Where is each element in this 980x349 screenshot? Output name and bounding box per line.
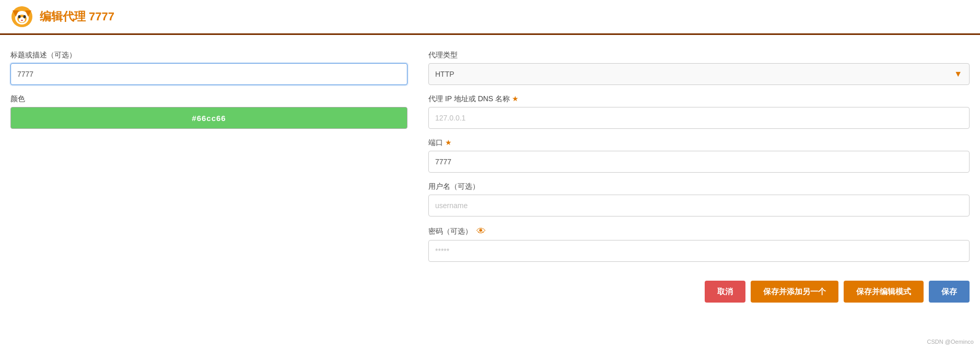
title-label: 标题或描述（可选） <box>10 51 407 60</box>
main-content: 标题或描述（可选） 颜色 #66cc66 代理类型 HTTP HTTPS SOC… <box>0 35 980 272</box>
port-field-group: 端口★ <box>428 138 970 173</box>
password-label: 密码（可选） <box>428 227 472 236</box>
page-title: 编辑代理 7777 <box>40 9 114 25</box>
username-input[interactable] <box>428 195 970 216</box>
username-label: 用户名（可选） <box>428 182 970 191</box>
watermark: CSDN @Oeminco <box>927 339 974 345</box>
svg-point-6 <box>18 15 21 18</box>
proxy-type-field-group: 代理类型 HTTP HTTPS SOCKS4 SOCKS5 ▼ <box>428 51 970 85</box>
ip-field-group: 代理 IP 地址或 DNS 名称★ <box>428 94 970 129</box>
title-field-group: 标题或描述（可选） <box>10 51 407 85</box>
svg-point-7 <box>24 15 26 18</box>
password-label-row: 密码（可选） 👁 <box>428 226 970 237</box>
app-logo <box>10 5 33 28</box>
color-picker-button[interactable]: #66cc66 <box>10 107 407 129</box>
port-input[interactable] <box>428 151 970 173</box>
svg-point-8 <box>21 20 23 21</box>
ip-input[interactable] <box>428 107 970 129</box>
cancel-button[interactable]: 取消 <box>705 281 745 303</box>
password-field-group: 密码（可选） 👁 <box>428 226 970 262</box>
save-button[interactable]: 保存 <box>929 281 970 303</box>
proxy-type-select[interactable]: HTTP HTTPS SOCKS4 SOCKS5 <box>428 63 970 85</box>
port-required-star: ★ <box>445 138 452 147</box>
ip-required-star: ★ <box>512 94 519 103</box>
title-input[interactable] <box>10 63 407 85</box>
proxy-type-label: 代理类型 <box>428 51 970 60</box>
password-input[interactable] <box>428 240 970 262</box>
proxy-type-select-wrapper: HTTP HTTPS SOCKS4 SOCKS5 ▼ <box>428 63 970 85</box>
footer-buttons: 取消 保存并添加另一个 保存并编辑模式 保存 <box>0 272 980 311</box>
color-field-group: 颜色 #66cc66 <box>10 94 407 129</box>
port-label: 端口★ <box>428 138 970 148</box>
password-wrapper <box>428 240 970 262</box>
ip-label: 代理 IP 地址或 DNS 名称★ <box>428 94 970 104</box>
save-edit-button[interactable]: 保存并编辑模式 <box>844 281 924 303</box>
save-add-button[interactable]: 保存并添加另一个 <box>751 281 838 303</box>
username-field-group: 用户名（可选） <box>428 182 970 216</box>
left-panel: 标题或描述（可选） 颜色 #66cc66 <box>10 51 407 262</box>
right-panel: 代理类型 HTTP HTTPS SOCKS4 SOCKS5 ▼ 代理 IP 地址… <box>428 51 970 262</box>
eye-icon[interactable]: 👁 <box>476 226 486 237</box>
color-label: 颜色 <box>10 94 407 104</box>
app-header: 编辑代理 7777 <box>0 0 980 35</box>
